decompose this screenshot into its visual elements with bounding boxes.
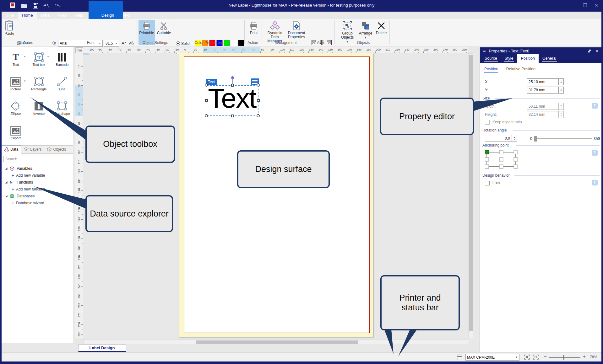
- rotation-slider-handle[interactable]: [534, 136, 537, 142]
- resize-handle-sw[interactable]: [205, 114, 208, 117]
- resize-handle-w[interactable]: [205, 99, 208, 102]
- font-dialog-launcher-icon[interactable]: [131, 41, 134, 45]
- tab-design[interactable]: Design: [97, 12, 118, 19]
- rotation-max-label: 359: [594, 136, 600, 141]
- tool-inverse-label: Inverse: [28, 112, 50, 115]
- tab-data[interactable]: Data: [2, 146, 21, 154]
- paste-button[interactable]: Paste: [3, 20, 16, 36]
- tool-picture[interactable]: ▼ Picture: [5, 75, 27, 99]
- resize-handle-ne[interactable]: [257, 83, 260, 87]
- svg-text:T: T: [37, 55, 41, 60]
- tree-item-variables[interactable]: Variables: [2, 165, 73, 172]
- dynamic-data-manager-button[interactable]: Dynamic Data Manager: [265, 20, 285, 43]
- subtab-relative-position[interactable]: Relative Position: [506, 67, 535, 72]
- tree-item-add-function[interactable]: + Add new function: [2, 186, 73, 193]
- hamburger-icon[interactable]: ≡: [483, 48, 486, 53]
- tool-text-box[interactable]: T ▼ Text box: [28, 51, 50, 74]
- resize-handle-se[interactable]: [257, 114, 260, 117]
- rotation-slider[interactable]: [535, 138, 592, 139]
- tab-style[interactable]: Style: [501, 54, 517, 63]
- zoom-out-button[interactable]: −: [544, 354, 547, 359]
- resize-handle-n[interactable]: [231, 84, 234, 87]
- zoom-slider-handle[interactable]: [563, 355, 564, 360]
- tab-label-design[interactable]: Label Design: [78, 344, 126, 352]
- close-properties-icon[interactable]: ✕: [595, 49, 599, 53]
- tool-rectangle[interactable]: Rectangle: [28, 75, 50, 99]
- chevron-down-icon[interactable]: ▼: [24, 80, 26, 83]
- height-input: 32.14 mm: [527, 111, 559, 118]
- y-input[interactable]: 31.78 mm: [527, 87, 559, 94]
- tool-text-label: Text: [5, 63, 27, 67]
- rotation-handle[interactable]: [231, 76, 234, 79]
- minimize-button[interactable]: –: [568, 1, 579, 9]
- tool-barcode[interactable]: Barcode: [51, 51, 73, 74]
- v-scrollbar[interactable]: [468, 53, 473, 338]
- resize-handle-s[interactable]: [231, 115, 234, 117]
- tab-view[interactable]: View: [54, 12, 71, 19]
- h-scrollbar-thumb[interactable]: [196, 340, 358, 344]
- tab-help[interactable]: Help: [71, 12, 87, 19]
- tool-ellipse[interactable]: Ellipse: [5, 100, 27, 123]
- tab-general[interactable]: General: [539, 54, 560, 63]
- resize-handle-nw[interactable]: [205, 83, 208, 87]
- tree-item-database-wizard[interactable]: + Database wizard: [2, 200, 73, 206]
- zoom-in-button[interactable]: +: [583, 354, 586, 359]
- properties-title: Properties - Text [Text]: [489, 49, 529, 53]
- delete-button[interactable]: Delete: [374, 20, 388, 35]
- help-icon[interactable]: ?: [592, 180, 598, 185]
- rotation-spinner[interactable]: ▲▼: [512, 135, 517, 142]
- cuttable-toggle[interactable]: Cuttable: [156, 20, 172, 35]
- help-icon[interactable]: ?: [592, 150, 598, 156]
- tab-objects[interactable]: Objects: [44, 146, 69, 154]
- lock-checkbox[interactable]: [485, 181, 490, 185]
- zoom-slider[interactable]: [549, 357, 580, 358]
- tab-home[interactable]: Home: [18, 12, 37, 19]
- tool-cut-shape[interactable]: Cut shape: [51, 100, 73, 123]
- variable-cube-icon: [10, 166, 14, 171]
- subtab-position[interactable]: Position: [484, 67, 498, 73]
- pin-icon[interactable]: [587, 48, 592, 53]
- fit-document-icon[interactable]: [524, 354, 530, 360]
- document-properties-button[interactable]: Document Properties: [286, 20, 307, 39]
- tab-position[interactable]: Position: [517, 54, 538, 63]
- text-object-content[interactable]: Text: [208, 82, 256, 114]
- tool-inverse[interactable]: Inverse: [28, 100, 50, 123]
- anchor-point-grid[interactable]: [485, 150, 518, 169]
- h-scrollbar[interactable]: [83, 340, 468, 344]
- selected-text-object[interactable]: Text: [207, 85, 258, 116]
- v-scrollbar-thumb[interactable]: [469, 55, 473, 331]
- plus-icon: +: [12, 173, 14, 178]
- close-button[interactable]: ✕: [591, 1, 602, 9]
- expander-icon[interactable]: [5, 181, 8, 184]
- arrange-label: Arrange: [359, 31, 372, 35]
- help-icon[interactable]: ?: [592, 103, 598, 109]
- resize-handle-e[interactable]: [257, 99, 260, 102]
- restore-button[interactable]: ❐: [580, 1, 590, 9]
- tool-rectangle-label: Rectangle: [28, 87, 50, 91]
- search-input[interactable]: Search...: [3, 156, 71, 162]
- x-spinner[interactable]: ▲▼: [559, 78, 564, 85]
- printer-select[interactable]: MAX CPM-200E▼: [465, 354, 519, 361]
- expander-icon[interactable]: [5, 168, 8, 170]
- tree-item-functions[interactable]: fx Functions: [2, 179, 73, 186]
- tree-item-databases[interactable]: Databases: [2, 193, 73, 200]
- expander-icon[interactable]: [5, 195, 8, 197]
- fit-selection-icon[interactable]: [533, 354, 539, 360]
- tab-source[interactable]: Source: [481, 54, 501, 63]
- tool-text[interactable]: T ▼ Text: [5, 51, 27, 74]
- print-label: Print: [247, 31, 261, 35]
- tree-item-add-variable[interactable]: + Add new variable: [2, 172, 73, 179]
- tab-layers[interactable]: Layers: [21, 146, 44, 154]
- chevron-down-icon[interactable]: ▼: [24, 55, 26, 58]
- tab-data[interactable]: Data: [37, 12, 54, 19]
- rotation-input[interactable]: 0.0: [485, 135, 512, 142]
- print-button[interactable]: Print: [247, 20, 261, 35]
- tab-file[interactable]: File: [3, 12, 18, 19]
- x-input[interactable]: 25.10 mm: [527, 78, 559, 85]
- tool-clipart[interactable]: Clipart: [5, 124, 27, 147]
- chevron-down-icon[interactable]: ▼: [47, 55, 49, 58]
- arrange-button[interactable]: Arrange ▼: [357, 20, 374, 40]
- tool-line[interactable]: Line: [51, 75, 73, 99]
- y-spinner[interactable]: ▲▼: [559, 87, 564, 94]
- tab-text[interactable]: Text: [118, 12, 134, 19]
